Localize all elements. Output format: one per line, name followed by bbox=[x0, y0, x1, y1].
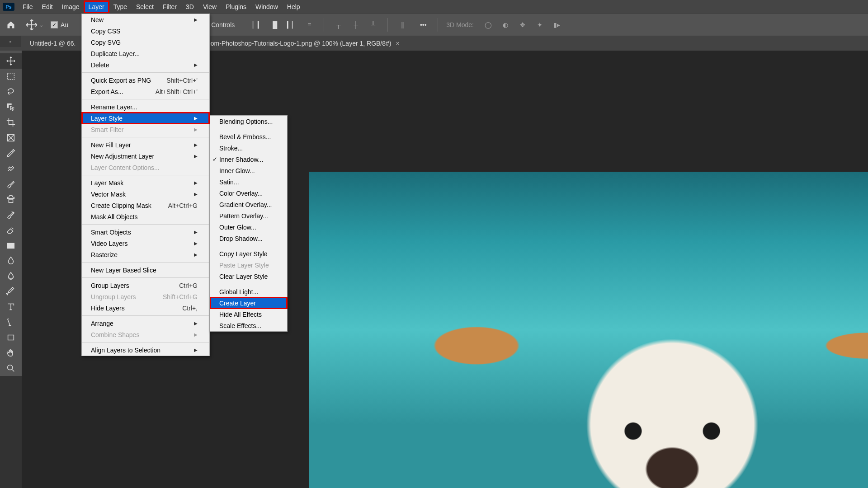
tool-shape[interactable] bbox=[0, 330, 22, 345]
menu-item-copy-css[interactable]: Copy CSS bbox=[82, 25, 209, 37]
menu-item-layer-style[interactable]: Layer Style▶ bbox=[82, 113, 209, 124]
menu-item-hide-layers[interactable]: Hide LayersCtrl+, bbox=[82, 302, 209, 314]
panel-stub[interactable]: » bbox=[0, 36, 21, 47]
tool-blur[interactable] bbox=[0, 253, 22, 268]
cam-icon[interactable]: ▮▸ bbox=[551, 19, 563, 31]
menu-item-create-layer[interactable]: Create Layer bbox=[210, 297, 287, 309]
tool-hand[interactable] bbox=[0, 345, 22, 361]
menu-select[interactable]: Select bbox=[132, 1, 158, 13]
chevron-down-icon[interactable]: ⌵ bbox=[40, 23, 42, 28]
align-center-h-icon[interactable]: ▐▌ bbox=[269, 19, 281, 31]
menu-item-rasterize[interactable]: Rasterize▶ bbox=[82, 249, 209, 260]
menu-item-inner-glow[interactable]: Inner Glow... bbox=[210, 165, 287, 176]
tool-marquee[interactable] bbox=[0, 69, 22, 84]
menu-image[interactable]: Image bbox=[57, 1, 84, 13]
menu-3d[interactable]: 3D bbox=[181, 1, 198, 13]
menu-item-mask-all-objects[interactable]: Mask All Objects bbox=[82, 211, 209, 222]
menu-item-align-layers-to-selection[interactable]: Align Layers to Selection▶ bbox=[82, 344, 209, 356]
tool-path[interactable] bbox=[0, 314, 22, 330]
move-tool-icon[interactable] bbox=[25, 19, 38, 31]
menu-help[interactable]: Help bbox=[283, 1, 305, 13]
menu-edit[interactable]: Edit bbox=[38, 1, 57, 13]
menu-layer[interactable]: Layer bbox=[84, 1, 109, 13]
menu-item-copy-layer-style[interactable]: Copy Layer Style bbox=[210, 248, 287, 259]
menu-item-video-layers[interactable]: Video Layers▶ bbox=[82, 238, 209, 249]
tool-heal[interactable] bbox=[0, 161, 22, 176]
menu-item-gradient-overlay[interactable]: Gradient Overlay... bbox=[210, 199, 287, 210]
align-justify-icon[interactable]: ≡ bbox=[303, 19, 316, 31]
align-right-icon[interactable]: ▎▏ bbox=[286, 19, 298, 31]
tool-pen[interactable] bbox=[0, 284, 22, 299]
tool-zoom[interactable] bbox=[0, 361, 22, 376]
menu-item-create-clipping-mask[interactable]: Create Clipping MaskAlt+Ctrl+G bbox=[82, 200, 209, 211]
tool-object-select[interactable] bbox=[0, 99, 22, 115]
menu-item-bevel-emboss[interactable]: Bevel & Emboss... bbox=[210, 131, 287, 142]
dist-top-icon[interactable]: ┬ bbox=[332, 19, 345, 31]
roll-icon[interactable]: ◐ bbox=[499, 19, 512, 31]
menu-item-new-layer-based-slice[interactable]: New Layer Based Slice bbox=[82, 264, 209, 276]
tool-frame[interactable] bbox=[0, 130, 22, 145]
tool-lasso[interactable] bbox=[0, 84, 22, 99]
document-image[interactable] bbox=[309, 172, 868, 488]
menu-item-export-as[interactable]: Export As...Alt+Shift+Ctrl+' bbox=[82, 86, 209, 97]
menu-item-duplicate-layer[interactable]: Duplicate Layer... bbox=[82, 48, 209, 59]
tool-eraser[interactable] bbox=[0, 222, 22, 238]
auto-select-checkbox[interactable]: ✓Au bbox=[51, 21, 68, 28]
menu-item-color-overlay[interactable]: Color Overlay... bbox=[210, 188, 287, 199]
menu-item-arrange[interactable]: Arrange▶ bbox=[82, 318, 209, 329]
tool-crop[interactable] bbox=[0, 115, 22, 130]
separator bbox=[82, 315, 209, 316]
dist-space-icon[interactable]: ‖ bbox=[396, 19, 409, 31]
menu-item-scale-effects[interactable]: Scale Effects... bbox=[210, 320, 287, 331]
menu-filter[interactable]: Filter bbox=[158, 1, 181, 13]
tool-history[interactable] bbox=[0, 207, 22, 222]
menu-item-hide-all-effects[interactable]: Hide All Effects bbox=[210, 309, 287, 320]
menu-item-new[interactable]: New▶ bbox=[82, 14, 209, 25]
pan-icon[interactable]: ✥ bbox=[516, 19, 529, 31]
home-icon[interactable] bbox=[5, 19, 17, 31]
slide-icon[interactable]: ✦ bbox=[533, 19, 546, 31]
tool-rectangle[interactable] bbox=[0, 238, 22, 253]
menu-item-outer-glow[interactable]: Outer Glow... bbox=[210, 221, 287, 233]
menu-item-new-fill-layer[interactable]: New Fill Layer▶ bbox=[82, 139, 209, 150]
menu-item-smart-objects[interactable]: Smart Objects▶ bbox=[82, 226, 209, 238]
menu-item-global-light[interactable]: Global Light... bbox=[210, 286, 287, 297]
menu-item-stroke[interactable]: Stroke... bbox=[210, 142, 287, 154]
menu-item-clear-layer-style[interactable]: Clear Layer Style bbox=[210, 271, 287, 282]
menu-window[interactable]: Window bbox=[251, 1, 283, 13]
menu-item-label: Inner Shadow... bbox=[219, 156, 263, 163]
close-icon[interactable]: × bbox=[396, 40, 400, 47]
tool-sharpen[interactable] bbox=[0, 268, 22, 284]
menu-item-ungroup-layers: Ungroup LayersShift+Ctrl+G bbox=[82, 291, 209, 302]
tool-eyedropper[interactable] bbox=[0, 145, 22, 161]
dist-bot-icon[interactable]: ┴ bbox=[367, 19, 379, 31]
menu-file[interactable]: File bbox=[18, 1, 38, 13]
menu-type[interactable]: Type bbox=[109, 1, 132, 13]
orbit-icon[interactable]: ◯ bbox=[482, 19, 495, 31]
menu-item-quick-export-as-png[interactable]: Quick Export as PNGShift+Ctrl+' bbox=[82, 75, 209, 86]
align-left-icon[interactable]: ▏▎ bbox=[251, 19, 264, 31]
menu-item-inner-shadow[interactable]: ✓Inner Shadow... bbox=[210, 154, 287, 165]
menu-item-blending-options[interactable]: Blending Options... bbox=[210, 116, 287, 127]
menu-view[interactable]: View bbox=[198, 1, 221, 13]
menu-item-new-adjustment-layer[interactable]: New Adjustment Layer▶ bbox=[82, 150, 209, 162]
tool-type[interactable] bbox=[0, 299, 22, 314]
tool-clone[interactable] bbox=[0, 192, 22, 207]
more-icon[interactable]: ••• bbox=[417, 19, 429, 31]
tool-move[interactable] bbox=[0, 53, 22, 69]
tab-logo-png[interactable]: room-Photoshop-Tutorials-Logo-1.png @ 10… bbox=[198, 40, 406, 47]
menu-plugins[interactable]: Plugins bbox=[221, 1, 251, 13]
menu-item-copy-svg[interactable]: Copy SVG bbox=[82, 37, 209, 48]
menu-item-satin[interactable]: Satin... bbox=[210, 176, 287, 188]
tool-brush[interactable] bbox=[0, 176, 22, 192]
tab-untitled[interactable]: Untitled-1 @ 66. bbox=[24, 40, 82, 47]
menu-item-vector-mask[interactable]: Vector Mask▶ bbox=[82, 188, 209, 200]
menu-item-drop-shadow[interactable]: Drop Shadow... bbox=[210, 233, 287, 244]
separator bbox=[82, 224, 209, 225]
menu-item-delete[interactable]: Delete▶ bbox=[82, 59, 209, 70]
menu-item-group-layers[interactable]: Group LayersCtrl+G bbox=[82, 280, 209, 291]
menu-item-pattern-overlay[interactable]: Pattern Overlay... bbox=[210, 210, 287, 221]
dist-mid-icon[interactable]: ┼ bbox=[349, 19, 362, 31]
menu-item-layer-mask[interactable]: Layer Mask▶ bbox=[82, 177, 209, 188]
menu-item-rename-layer[interactable]: Rename Layer... bbox=[82, 101, 209, 113]
